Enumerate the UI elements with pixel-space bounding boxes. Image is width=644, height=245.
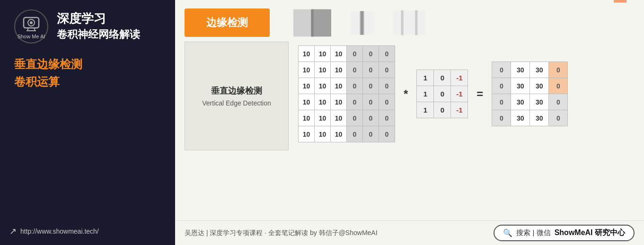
sidebar-topic-1: 垂直边缘检测 bbox=[14, 57, 82, 71]
matrix-cell: 10 bbox=[331, 78, 347, 94]
svg-rect-14 bbox=[415, 10, 417, 35]
sidebar-title-line2: 卷积神经网络解读 bbox=[57, 28, 140, 42]
matrix-cell: 10 bbox=[299, 46, 315, 62]
matrix-cell: 10 bbox=[299, 110, 315, 126]
matrix-cell: 10 bbox=[315, 94, 331, 110]
result-cell: 0 bbox=[549, 94, 568, 110]
result-cell: 30 bbox=[511, 94, 530, 110]
search-text: 搜索 | 微信 bbox=[516, 228, 550, 237]
operator-equals: = bbox=[476, 88, 483, 101]
sidebar-titles: 深度学习 卷积神经网络解读 bbox=[57, 11, 140, 42]
matrix-cell: 0 bbox=[379, 78, 395, 94]
svg-rect-8 bbox=[311, 9, 313, 36]
sidebar-url[interactable]: http://www.showmeai.tech/ bbox=[20, 228, 99, 235]
kernel-cell: 1 bbox=[417, 102, 434, 118]
matrix-cell: 0 bbox=[379, 46, 395, 62]
result-cell: 30 bbox=[511, 78, 530, 94]
result-cell: 30 bbox=[511, 110, 530, 126]
sidebar-footer: ↗ http://www.showmeai.tech/ bbox=[9, 226, 99, 236]
search-brand: ShowMeAI 研究中心 bbox=[555, 228, 625, 238]
matrix-cell: 0 bbox=[363, 94, 379, 110]
sidebar-topics: 垂直边缘检测 卷积运算 bbox=[14, 57, 82, 89]
cursor-icon: ↗ bbox=[9, 226, 17, 236]
sidebar: Show Me AI 深度学习 卷积神经网络解读 垂直边缘检测 卷积运算 ↗ h… bbox=[0, 0, 175, 245]
matrix-cell: 0 bbox=[363, 78, 379, 94]
matrix-cell: 10 bbox=[315, 62, 331, 78]
kernel-cell: 1 bbox=[417, 70, 434, 86]
kernel-cell: -1 bbox=[451, 70, 468, 86]
thumb-2 bbox=[350, 11, 374, 35]
thumb-3 bbox=[393, 10, 426, 36]
logo-icon bbox=[22, 14, 41, 33]
svg-rect-13 bbox=[401, 10, 404, 35]
matrix-cell: 0 bbox=[347, 78, 363, 94]
result-cell: 0 bbox=[492, 62, 511, 78]
svg-rect-12 bbox=[393, 10, 426, 35]
matrix-cell: 0 bbox=[363, 62, 379, 78]
result-cell: 30 bbox=[530, 94, 549, 110]
edge-detection-label: 边缘检测 bbox=[185, 9, 270, 37]
matrix-cell: 10 bbox=[299, 94, 315, 110]
operator-multiply: * bbox=[404, 88, 408, 101]
matrix-cell: 10 bbox=[315, 110, 331, 126]
result-cell: 0 bbox=[549, 78, 568, 94]
matrix-cell: 10 bbox=[331, 46, 347, 62]
matrix-cell: 0 bbox=[363, 110, 379, 126]
kernel-cell: 0 bbox=[434, 70, 451, 86]
search-badge[interactable]: 🔍 搜索 | 微信 ShowMeAI 研究中心 bbox=[494, 225, 635, 241]
matrix-cell: 10 bbox=[315, 126, 331, 142]
matrix-cell: 10 bbox=[331, 94, 347, 110]
matrix-cell: 10 bbox=[299, 126, 315, 142]
top-row: 边缘检测 bbox=[175, 0, 644, 37]
matrix-cell: 0 bbox=[379, 126, 395, 142]
vert-edge-cn: 垂直边缘检测 bbox=[211, 85, 262, 96]
result-cell: 0 bbox=[492, 94, 511, 110]
main-content: 边缘检测 bbox=[175, 0, 644, 245]
sidebar-topic-2: 卷积运算 bbox=[14, 74, 82, 89]
vert-edge-box: 垂直边缘检测 Vertical Edge Detection bbox=[185, 42, 289, 150]
matrix-cell: 0 bbox=[363, 126, 379, 142]
watermark: ShowMeAI bbox=[609, 0, 630, 5]
result-cell: 0 bbox=[549, 62, 568, 78]
image-thumbnails bbox=[293, 9, 426, 37]
result-cell: 30 bbox=[530, 110, 549, 126]
result-cell: 0 bbox=[549, 110, 568, 126]
matrix-cell: 10 bbox=[331, 126, 347, 142]
search-icon: 🔍 bbox=[503, 228, 512, 237]
matrix-cell: 10 bbox=[331, 110, 347, 126]
matrix-cell: 0 bbox=[379, 110, 395, 126]
sidebar-title-line1: 深度学习 bbox=[57, 11, 140, 26]
matrix-cell: 0 bbox=[347, 62, 363, 78]
matrix-cell: 0 bbox=[379, 94, 395, 110]
matrix-cell: 10 bbox=[331, 62, 347, 78]
matrix-cell: 0 bbox=[363, 46, 379, 62]
svg-point-2 bbox=[30, 21, 33, 24]
svg-rect-7 bbox=[312, 9, 331, 36]
result-cell: 30 bbox=[530, 62, 549, 78]
middle-row: 垂直边缘检测 Vertical Edge Detection 101010000… bbox=[175, 37, 644, 220]
kernel-cell: -1 bbox=[451, 102, 468, 118]
bottom-bar: 吴恩达 | 深度学习专项课程 · 全套笔记解读 by 韩信子@ShowMeAI … bbox=[175, 220, 644, 245]
kernel-cell: 1 bbox=[417, 86, 434, 102]
kernel-cell: 0 bbox=[434, 102, 451, 118]
matrix-cell: 0 bbox=[379, 62, 395, 78]
matrix-cell: 10 bbox=[315, 46, 331, 62]
logo-area: Show Me AI 深度学习 卷积神经网络解读 bbox=[14, 9, 140, 44]
result-cell: 0 bbox=[492, 78, 511, 94]
matrix-cell: 10 bbox=[299, 62, 315, 78]
thumb-1 bbox=[293, 9, 331, 37]
matrix-cell: 0 bbox=[347, 126, 363, 142]
matrix-cell: 10 bbox=[315, 78, 331, 94]
input-matrix: 1010100001010100001010100001010100001010… bbox=[298, 45, 395, 142]
result-cell: 30 bbox=[511, 62, 530, 78]
logo-text: Show Me AI bbox=[18, 34, 45, 39]
kernel-cell: -1 bbox=[451, 86, 468, 102]
matrix-cell: 0 bbox=[347, 110, 363, 126]
svg-rect-6 bbox=[293, 9, 312, 36]
kernel-matrix: 10-110-110-1 bbox=[416, 70, 468, 118]
vert-edge-en: Vertical Edge Detection bbox=[202, 99, 271, 107]
matrix-cell: 0 bbox=[347, 94, 363, 110]
bottom-caption: 吴恩达 | 深度学习专项课程 · 全套笔记解读 by 韩信子@ShowMeAI bbox=[185, 229, 378, 237]
matrix-cell: 0 bbox=[347, 46, 363, 62]
kernel-cell: 0 bbox=[434, 86, 451, 102]
